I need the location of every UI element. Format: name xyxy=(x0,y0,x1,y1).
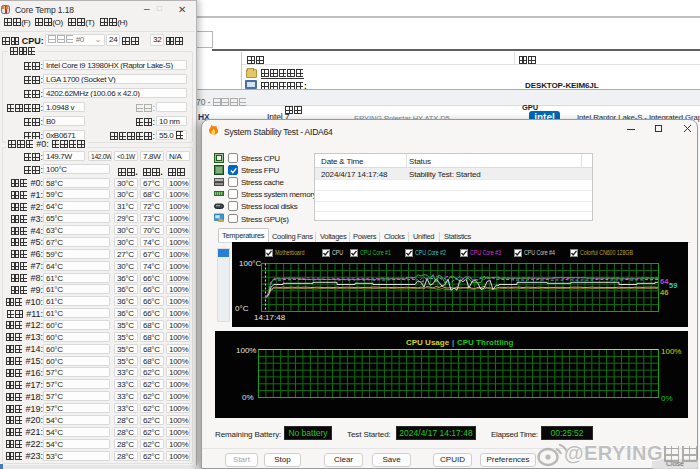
svg-text:CPU Throttling: CPU Throttling xyxy=(457,338,514,347)
svg-text:64: 64 xyxy=(660,277,669,286)
svg-text:0%: 0% xyxy=(661,394,673,403)
svg-text:0°C: 0°C xyxy=(235,304,249,313)
svg-text:CPU Usage: CPU Usage xyxy=(406,338,450,347)
svg-text:|: | xyxy=(452,338,454,347)
svg-text:46: 46 xyxy=(660,288,668,297)
svg-text:59: 59 xyxy=(669,281,677,290)
svg-text:14:17:48: 14:17:48 xyxy=(254,313,286,322)
svg-text:100°C: 100°C xyxy=(239,259,262,268)
svg-text:0%: 0% xyxy=(242,393,254,402)
svg-text:100%: 100% xyxy=(236,346,256,355)
svg-text:100%: 100% xyxy=(661,347,681,356)
